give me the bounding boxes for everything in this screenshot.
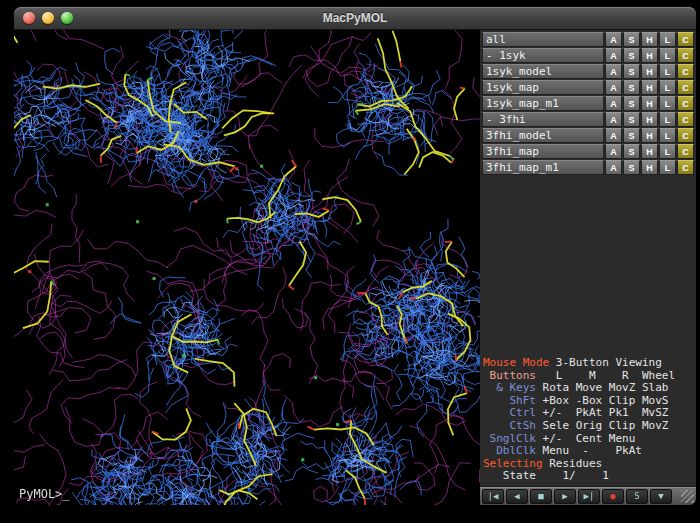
1syk_map_m1-c-button[interactable]: C xyxy=(677,96,694,111)
3fhi_model-l-button[interactable]: L xyxy=(659,128,676,143)
all-s-button[interactable]: S xyxy=(623,32,640,47)
1syk_map_m1-h-button[interactable]: H xyxy=(641,96,658,111)
3fhi_map-c-button[interactable]: C xyxy=(677,144,694,159)
object-name-3fhi_model[interactable]: 3fhi_model xyxy=(482,128,604,143)
object-name-1syk[interactable]: - 1syk xyxy=(482,48,604,63)
traffic-lights xyxy=(23,12,73,24)
object-name-1syk_map_m1[interactable]: 1syk_map_m1 xyxy=(482,96,604,111)
record-button[interactable]: ● xyxy=(602,489,624,504)
object-row-3fhi_map: 3fhi_mapASHLC xyxy=(482,144,694,159)
3fhi_model-h-button[interactable]: H xyxy=(641,128,658,143)
object-name-all[interactable]: all xyxy=(482,32,604,47)
1syk_map_m1-s-button[interactable]: S xyxy=(623,96,640,111)
all-a-button[interactable]: A xyxy=(605,32,622,47)
1syk_model-c-button[interactable]: C xyxy=(677,64,694,79)
collapse-toggle-icon[interactable]: - xyxy=(486,113,499,126)
object-list: allASHLC- 1sykASHLC1syk_modelASHLC1syk_m… xyxy=(480,30,696,176)
3fhi-c-button[interactable]: C xyxy=(677,112,694,127)
1syk_model-a-button[interactable]: A xyxy=(605,64,622,79)
movie-bar: |◀◀■▶▶|●S▼ xyxy=(480,486,696,505)
1syk_model-h-button[interactable]: H xyxy=(641,64,658,79)
3fhi_map-a-button[interactable]: A xyxy=(605,144,622,159)
1syk_model-l-button[interactable]: L xyxy=(659,64,676,79)
object-panel: allASHLC- 1sykASHLC1syk_modelASHLC1syk_m… xyxy=(480,30,696,505)
menu-button[interactable]: ▼ xyxy=(650,489,672,504)
1syk-l-button[interactable]: L xyxy=(659,48,676,63)
collapse-toggle-icon[interactable]: - xyxy=(486,49,499,62)
1syk_map-s-button[interactable]: S xyxy=(623,80,640,95)
1syk-h-button[interactable]: H xyxy=(641,48,658,63)
rewind-button[interactable]: |◀ xyxy=(482,489,504,504)
object-name-3fhi_map[interactable]: 3fhi_map xyxy=(482,144,604,159)
3fhi_model-a-button[interactable]: A xyxy=(605,128,622,143)
1syk-c-button[interactable]: C xyxy=(677,48,694,63)
scene-button[interactable]: S xyxy=(626,489,648,504)
3fhi_map_m1-c-button[interactable]: C xyxy=(677,160,694,175)
3fhi_model-s-button[interactable]: S xyxy=(623,128,640,143)
window-content: PyMOL>_ allASHLC- 1sykASHLC1syk_modelASH… xyxy=(14,30,696,505)
macpymol-window: MacPyMOL PyMOL>_ allASHLC- 1sykASHLC1syk… xyxy=(14,7,696,505)
1syk_model-s-button[interactable]: S xyxy=(623,64,640,79)
3fhi_map_m1-h-button[interactable]: H xyxy=(641,160,658,175)
1syk_map-h-button[interactable]: H xyxy=(641,80,658,95)
command-line[interactable]: PyMOL>_ xyxy=(19,487,70,501)
state-line: State 1/ 1 xyxy=(483,470,695,483)
3fhi_map_m1-s-button[interactable]: S xyxy=(623,160,640,175)
viewport-canvas[interactable] xyxy=(14,30,480,505)
title-bar[interactable]: MacPyMOL xyxy=(14,7,696,30)
object-row-3fhi_map_m1: 3fhi_map_m1ASHLC xyxy=(482,160,694,175)
window-title: MacPyMOL xyxy=(323,11,388,25)
3fhi_map-h-button[interactable]: H xyxy=(641,144,658,159)
1syk_map-c-button[interactable]: C xyxy=(677,80,694,95)
1syk_map-l-button[interactable]: L xyxy=(659,80,676,95)
all-l-button[interactable]: L xyxy=(659,32,676,47)
object-name-3fhi_map_m1[interactable]: 3fhi_map_m1 xyxy=(482,160,604,175)
stop-button[interactable]: ■ xyxy=(530,489,552,504)
object-row-1syk: - 1sykASHLC xyxy=(482,48,694,63)
3fhi-l-button[interactable]: L xyxy=(659,112,676,127)
object-row-1syk_map_m1: 1syk_map_m1ASHLC xyxy=(482,96,694,111)
resize-grip[interactable] xyxy=(681,490,694,503)
mouse-panel: Mouse Mode 3-Button Viewing Buttons L M … xyxy=(483,357,695,483)
1syk-a-button[interactable]: A xyxy=(605,48,622,63)
1syk_map_m1-a-button[interactable]: A xyxy=(605,96,622,111)
object-row-3fhi: - 3fhiASHLC xyxy=(482,112,694,127)
viewport: PyMOL>_ xyxy=(14,30,480,505)
object-row-all: allASHLC xyxy=(482,32,694,47)
object-name-3fhi[interactable]: - 3fhi xyxy=(482,112,604,127)
3fhi-s-button[interactable]: S xyxy=(623,112,640,127)
object-name-1syk_map[interactable]: 1syk_map xyxy=(482,80,604,95)
3fhi_model-c-button[interactable]: C xyxy=(677,128,694,143)
1syk_map_m1-l-button[interactable]: L xyxy=(659,96,676,111)
object-name-1syk_model[interactable]: 1syk_model xyxy=(482,64,604,79)
1syk-s-button[interactable]: S xyxy=(623,48,640,63)
all-h-button[interactable]: H xyxy=(641,32,658,47)
object-row-1syk_map: 1syk_mapASHLC xyxy=(482,80,694,95)
zoom-button[interactable] xyxy=(61,12,73,24)
3fhi_map_m1-a-button[interactable]: A xyxy=(605,160,622,175)
all-c-button[interactable]: C xyxy=(677,32,694,47)
play-button[interactable]: ▶ xyxy=(554,489,576,504)
step-forward-button[interactable]: ▶| xyxy=(578,489,600,504)
3fhi-a-button[interactable]: A xyxy=(605,112,622,127)
minimize-button[interactable] xyxy=(42,12,54,24)
close-button[interactable] xyxy=(23,12,35,24)
1syk_map-a-button[interactable]: A xyxy=(605,80,622,95)
3fhi-h-button[interactable]: H xyxy=(641,112,658,127)
3fhi_map-s-button[interactable]: S xyxy=(623,144,640,159)
step-back-button[interactable]: ◀ xyxy=(506,489,528,504)
object-row-1syk_model: 1syk_modelASHLC xyxy=(482,64,694,79)
object-row-3fhi_model: 3fhi_modelASHLC xyxy=(482,128,694,143)
3fhi_map-l-button[interactable]: L xyxy=(659,144,676,159)
3fhi_map_m1-l-button[interactable]: L xyxy=(659,160,676,175)
